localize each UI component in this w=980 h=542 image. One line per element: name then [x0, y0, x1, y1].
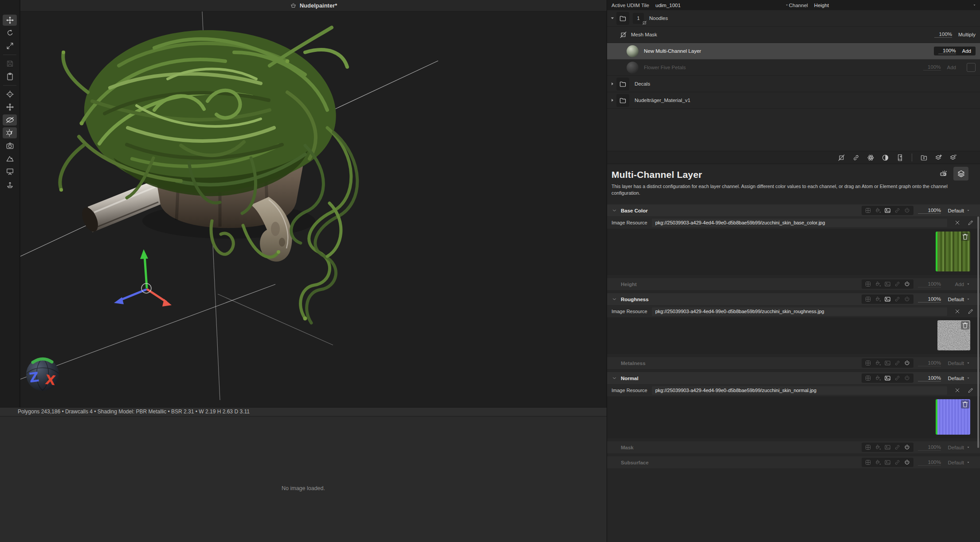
navigation-ball[interactable]: Z X: [26, 358, 59, 391]
channel-blend-dropdown[interactable]: Default: [947, 297, 970, 302]
blend-mode-dropdown[interactable]: Multiply: [958, 32, 976, 37]
swatch-icon[interactable]: [865, 444, 871, 451]
channel-value-dropdown[interactable]: Height: [814, 3, 829, 8]
caret-down-icon[interactable]: [609, 0, 615, 51]
swatch-icon[interactable]: [865, 207, 871, 214]
trash-icon[interactable]: [961, 400, 969, 408]
layer-row-new-multi-channel-layer[interactable]: New Multi-Channel Layer 100% Add: [607, 43, 980, 59]
channel-header[interactable]: Metalness 100% Default: [607, 357, 980, 369]
clear-resource-icon[interactable]: [954, 220, 960, 226]
add-folder-button[interactable]: [920, 154, 928, 161]
image-icon[interactable]: [884, 375, 891, 381]
layer-row-noodles[interactable]: 1 Noodles: [607, 10, 980, 27]
image-icon[interactable]: [884, 459, 891, 466]
fill-icon[interactable]: [874, 444, 881, 451]
clear-resource-icon[interactable]: [954, 308, 960, 314]
layer-opacity-input[interactable]: 100%: [938, 48, 956, 54]
layer-enable-checkbox[interactable]: [967, 63, 976, 72]
power-icon[interactable]: [904, 281, 910, 287]
fill-icon[interactable]: [874, 207, 881, 214]
tab-projection[interactable]: [936, 167, 951, 181]
display-button[interactable]: [3, 166, 17, 177]
image-view-panel[interactable]: No image loaded.: [0, 416, 607, 542]
link-icon[interactable]: [894, 459, 901, 466]
power-icon[interactable]: [904, 459, 910, 466]
layer-row-flower-five-petals[interactable]: Flower Five Petals 100% Add: [607, 59, 980, 76]
swatch-icon[interactable]: [865, 296, 871, 302]
link-icon[interactable]: [894, 296, 901, 302]
channel-opacity-input[interactable]: 100%: [918, 444, 941, 451]
swatch-icon[interactable]: [865, 281, 871, 287]
link-icon[interactable]: [894, 375, 901, 381]
channel-header[interactable]: Subsurface 100% Default: [607, 456, 980, 468]
channel-header[interactable]: Mask 100% Default: [607, 441, 980, 453]
power-icon[interactable]: [904, 207, 910, 214]
channel-blend-dropdown[interactable]: Add: [947, 282, 970, 287]
atom-graph-button[interactable]: [867, 154, 874, 161]
fill-icon[interactable]: [874, 459, 881, 466]
adjustment-button[interactable]: [882, 154, 889, 161]
remove-layer-button[interactable]: [949, 154, 957, 161]
environment-button[interactable]: [3, 153, 17, 164]
channel-blend-dropdown[interactable]: Default: [947, 208, 970, 213]
link-icon[interactable]: [894, 444, 901, 451]
clipboard-button[interactable]: [3, 71, 17, 82]
nodes-button[interactable]: [3, 102, 17, 113]
chevron-down-icon[interactable]: [612, 208, 617, 213]
link-icon[interactable]: [894, 360, 901, 366]
layer-row-decals[interactable]: Decals: [607, 76, 980, 92]
channel-header[interactable]: Normal 100% Default: [607, 372, 980, 384]
image-icon[interactable]: [884, 281, 891, 287]
channel-blend-dropdown[interactable]: Default: [947, 376, 970, 381]
resource-path-field[interactable]: pkg://25039903-a429-4ed4-99e0-d5b8bae59b…: [652, 307, 947, 316]
channel-header[interactable]: Roughness 100% Default: [607, 293, 980, 305]
edit-resource-icon[interactable]: [968, 387, 974, 393]
channel-opacity-input[interactable]: 100%: [918, 281, 941, 287]
transform-gizmo[interactable]: [114, 249, 172, 306]
save-button[interactable]: [3, 58, 17, 69]
resource-path-field[interactable]: pkg://25039903-a429-4ed4-99e0-d5b8bae59b…: [652, 219, 947, 227]
link-icon[interactable]: [894, 207, 901, 214]
chevron-down-icon[interactable]: [612, 375, 617, 381]
layer-opacity-input[interactable]: 100%: [934, 31, 952, 38]
edit-resource-icon[interactable]: [968, 308, 974, 314]
fill-icon[interactable]: [874, 281, 881, 287]
camera-button[interactable]: [3, 140, 17, 151]
layer-row-mesh-mask[interactable]: Mesh Mask 100% Multiply: [607, 27, 980, 43]
channel-header[interactable]: Base Color 100% Default: [607, 204, 980, 216]
layer-row-nudeltraeger-material[interactable]: Nudelträger_Material_v1: [607, 92, 980, 109]
tab-layers[interactable]: [953, 167, 968, 181]
caret-right-icon[interactable]: [609, 67, 615, 134]
power-icon[interactable]: [904, 296, 910, 302]
fill-icon[interactable]: [874, 360, 881, 366]
channel-opacity-input[interactable]: 100%: [918, 460, 941, 466]
fill-icon[interactable]: [874, 296, 881, 302]
trash-icon[interactable]: [961, 321, 969, 330]
add-layer-button[interactable]: [935, 154, 942, 161]
layer-opacity-input[interactable]: 100%: [923, 64, 941, 71]
add-mask-button[interactable]: [838, 154, 845, 161]
channel-header[interactable]: Height 100% Add: [607, 278, 980, 290]
visibility-button[interactable]: [3, 114, 17, 126]
swatch-icon[interactable]: [865, 459, 871, 466]
image-icon[interactable]: [884, 444, 891, 451]
roughness-thumbnail[interactable]: [937, 320, 970, 350]
normal-map-thumbnail[interactable]: [936, 399, 970, 435]
channel-blend-dropdown[interactable]: Default: [947, 445, 970, 450]
blend-mode-dropdown[interactable]: Add: [962, 48, 971, 54]
blend-mode-dropdown[interactable]: Add: [947, 65, 956, 70]
channel-opacity-input[interactable]: 100%: [918, 375, 941, 381]
channel-opacity-input[interactable]: 100%: [918, 360, 941, 366]
3d-viewport[interactable]: Z X: [20, 12, 607, 407]
udim-value-dropdown[interactable]: udim_1001: [655, 3, 681, 8]
fill-icon[interactable]: [874, 375, 881, 381]
scene-button[interactable]: [3, 179, 17, 190]
link-layer-button[interactable]: [852, 154, 860, 161]
link-icon[interactable]: [894, 281, 901, 287]
power-icon[interactable]: [904, 444, 910, 451]
chevron-down-icon[interactable]: [612, 296, 617, 302]
image-icon[interactable]: [884, 207, 891, 214]
chevron-down-icon[interactable]: [785, 3, 789, 7]
light-button[interactable]: [3, 127, 17, 138]
power-icon[interactable]: [904, 375, 910, 381]
